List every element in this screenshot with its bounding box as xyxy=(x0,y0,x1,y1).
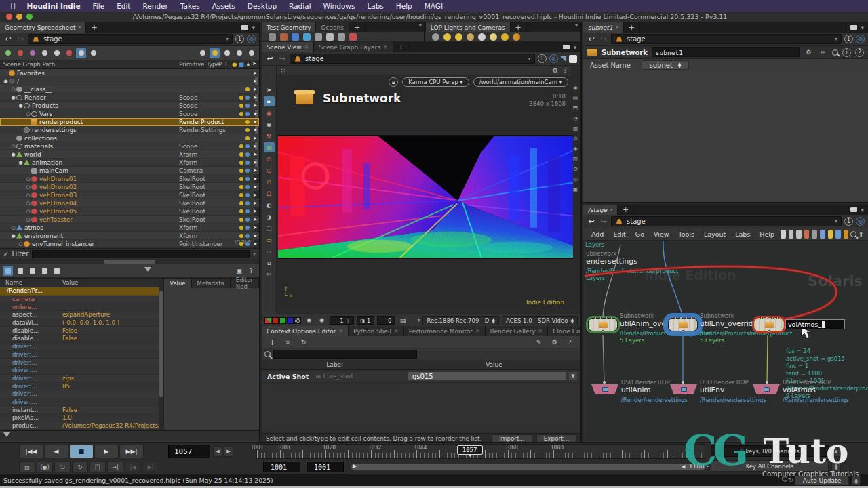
viewport-path-field[interactable]: stage▾ xyxy=(290,54,535,64)
param-row[interactable]: camera xyxy=(0,296,163,304)
snapshot-icon[interactable] xyxy=(820,230,825,239)
range-start-field[interactable]: 1001 xyxy=(263,462,300,472)
cube-view-icon[interactable]: ◥ xyxy=(561,54,566,63)
mesh-icon[interactable] xyxy=(27,48,37,58)
shelf-tab-test-geometry[interactable]: Test Geometry xyxy=(262,22,316,33)
rop-node-utilEnv[interactable] xyxy=(670,384,697,394)
help-icon[interactable] xyxy=(246,48,256,58)
zoom-window-button[interactable] xyxy=(26,14,33,20)
viewport-right-tool-4[interactable]: ▦ xyxy=(573,125,578,131)
node-type-icon[interactable] xyxy=(587,49,597,56)
tree-row-rendersettings[interactable]: rendersettingsRenderSettings➤ xyxy=(0,126,259,134)
shelf-tool-rubbertoy-icon[interactable] xyxy=(292,33,299,41)
menubar-item-assets[interactable]: Assets xyxy=(206,2,241,10)
pin-count-badge[interactable]: 1 xyxy=(844,35,853,43)
expander-icon[interactable]: ○ xyxy=(25,192,31,198)
prim-flags[interactable] xyxy=(239,104,250,108)
back-icon[interactable]: ↩ xyxy=(587,35,596,43)
up-one-level-icon[interactable]: ⬆ xyxy=(858,229,864,239)
tab-performance-monitor[interactable]: Performance Monitor× xyxy=(404,326,486,336)
menubar-item-labs[interactable]: Labs xyxy=(361,2,389,10)
rop-node-volAtmos[interactable] xyxy=(753,384,780,394)
lop-node-utilAnim_overrides[interactable] xyxy=(588,318,618,331)
expander-icon[interactable]: ○ xyxy=(25,201,31,206)
param-row[interactable]: driver:... xyxy=(0,359,163,367)
tab-clone-control-panel[interactable]: Clone Control Panel× xyxy=(548,326,582,336)
auto-update-spinner[interactable]: ▲▼ xyxy=(852,475,861,485)
viewport-right-tool-7[interactable]: ▥ xyxy=(573,156,578,162)
shelf-icon[interactable] xyxy=(844,230,849,239)
tree-row-mainCam[interactable]: mainCamCamera➤ xyxy=(0,167,259,175)
shelf-add-tab[interactable]: + xyxy=(349,22,366,33)
network-menu-labs[interactable]: Labs xyxy=(731,230,754,238)
option-search-input[interactable] xyxy=(273,350,417,359)
param-row[interactable]: driver:...85 xyxy=(0,382,163,390)
back-icon[interactable]: ↩ xyxy=(265,54,275,63)
menubar-item-file[interactable]: File xyxy=(87,2,111,10)
prim-flags[interactable] xyxy=(245,87,250,92)
refresh-icon[interactable]: ↻ xyxy=(788,476,793,483)
expander-icon[interactable]: ○ xyxy=(10,225,16,230)
shelf-light-karma-light-icon[interactable] xyxy=(513,33,520,41)
link-icon[interactable]: ◎ xyxy=(856,35,865,43)
back-icon[interactable]: ↩ xyxy=(587,217,596,226)
tree-row-environment[interactable]: ●environmentXform➤ xyxy=(0,232,259,240)
pane-menu-button-2[interactable]: ▾ xyxy=(559,42,580,52)
rop-node-utilAnim[interactable] xyxy=(591,384,618,394)
snapshot-icon[interactable]: ◎ xyxy=(549,54,558,63)
network-menu-help[interactable]: Help xyxy=(755,230,778,238)
close-icon[interactable]: ▾ xyxy=(78,24,81,30)
viewport-right-tool-2[interactable]: ⬒ xyxy=(573,105,578,111)
forward-icon[interactable]: ↪ xyxy=(599,35,608,43)
lop-node-volAtmos_[interactable] xyxy=(754,318,784,331)
timeline-ruler[interactable]: 1001100810201032104410681080 1057 xyxy=(256,444,705,459)
shelf-tool-testchar-icon[interactable] xyxy=(349,33,357,41)
brush-icon[interactable]: ✏ xyxy=(818,47,828,58)
wrench-icon[interactable] xyxy=(781,230,786,239)
trs-icon[interactable] xyxy=(52,266,62,276)
list-icon[interactable] xyxy=(796,230,802,239)
network-path-field[interactable]: stage▾ xyxy=(611,216,842,226)
channel-all-icon[interactable] xyxy=(264,317,271,324)
remove-option-button[interactable]: × xyxy=(283,337,293,347)
param-row[interactable]: driver:... xyxy=(0,390,163,399)
tree-row-Vars[interactable]: ○VarsScope➤ xyxy=(0,110,259,118)
tree-row-__class__[interactable]: ○__class__➤ xyxy=(0,85,259,94)
prim-flags[interactable] xyxy=(239,226,250,230)
chat-icon[interactable]: 🗨︎ xyxy=(781,476,788,483)
shelf-light-sun-light-icon[interactable] xyxy=(501,33,509,41)
viewport-right-tool-10[interactable]: ▣ xyxy=(573,186,578,192)
expander-icon[interactable]: ○ xyxy=(25,217,31,222)
forward-icon[interactable]: ↪ xyxy=(16,35,25,43)
link-icon[interactable]: ◎ xyxy=(247,35,256,43)
param-row[interactable]: driver:... xyxy=(0,367,163,375)
prim-flags[interactable] xyxy=(239,218,250,222)
edit-tool-icon[interactable]: ⚒ xyxy=(264,131,275,141)
magnet4-icon[interactable]: Ω xyxy=(264,188,275,199)
param-row[interactable]: dataWi...( 0.0, 0.0, 1.0, 1.0 ) xyxy=(0,319,163,327)
expander-icon[interactable]: ○ xyxy=(10,144,16,149)
filter-check-icon[interactable]: ✓ xyxy=(3,251,9,258)
tree-row-[interactable]: ●/➤ xyxy=(0,77,259,85)
prim-flags[interactable] xyxy=(245,136,250,140)
key-button[interactable]: (●) xyxy=(37,462,53,472)
prim-flags[interactable] xyxy=(239,112,250,116)
current-frame-field[interactable]: 1057 xyxy=(168,445,210,458)
tab-geometry-spreadsheet[interactable]: Geometry Spreadsheet▾ xyxy=(0,22,86,33)
info-icon[interactable]: i xyxy=(842,48,851,57)
lock-tool-icon[interactable]: 🔒︎ xyxy=(264,96,275,106)
gamma-icon[interactable]: ✺ xyxy=(317,315,327,325)
tree-row-Favorites[interactable]: Favorites➤ xyxy=(0,69,259,77)
magnet2-icon[interactable]: ⊙ xyxy=(264,165,275,176)
keys-info-field[interactable]: 0 keys, 0/0 channels xyxy=(711,445,829,457)
snap-tool-icon[interactable]: ◑ xyxy=(264,211,275,222)
tab-scene-view[interactable]: Scene View× xyxy=(262,42,314,52)
pane-menu-button[interactable]: ▾ xyxy=(846,205,868,215)
tree-row-vehDrone01[interactable]: ○vehDrone01SkelRoot➤ xyxy=(0,175,259,183)
stop-button[interactable]: ■ xyxy=(69,445,94,458)
inspect-icon[interactable] xyxy=(64,48,74,58)
tree-row-Render[interactable]: ●RenderScope➤ xyxy=(0,94,259,102)
display-transform-select[interactable]: Rec.1886 Rec.709 - D▲▼ xyxy=(422,316,498,325)
param-path-field[interactable]: stage▾ xyxy=(611,34,842,44)
prim-flags[interactable] xyxy=(239,177,250,181)
